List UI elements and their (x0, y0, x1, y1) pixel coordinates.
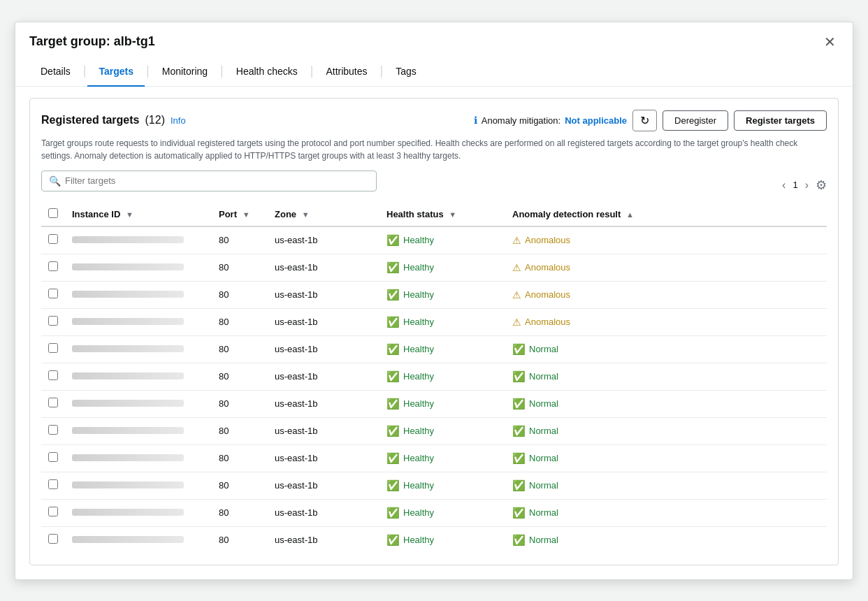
tab-details[interactable]: Details (29, 57, 82, 87)
cell-anomaly-result: ⚠ Anomalous (505, 254, 827, 281)
row-checkbox-cell[interactable] (41, 281, 65, 308)
instance-id-value (72, 427, 184, 434)
table-head: Instance ID ▼ Port ▼ Zone ▼ Health sta (41, 203, 827, 226)
row-checkbox-cell[interactable] (41, 417, 65, 444)
tab-targets[interactable]: Targets (87, 57, 145, 87)
targets-table: Instance ID ▼ Port ▼ Zone ▼ Health sta (41, 203, 827, 553)
row-checkbox-2[interactable] (48, 289, 58, 298)
health-status-value: ✅ Healthy (386, 261, 498, 274)
cell-port: 80 (212, 254, 268, 281)
th-anomaly-detection[interactable]: Anomaly detection result ▲ (505, 203, 827, 226)
sort-icon-instance: ▼ (126, 210, 133, 219)
row-checkbox-1[interactable] (48, 261, 58, 271)
healthy-icon: ✅ (386, 534, 400, 546)
table-row: 80 us-east-1b ✅ Healthy ✅ Normal (41, 390, 827, 417)
row-checkbox-cell[interactable] (41, 226, 65, 254)
instance-id-value (72, 454, 184, 461)
th-instance-id[interactable]: Instance ID ▼ (65, 203, 212, 226)
row-checkbox-11[interactable] (48, 534, 58, 544)
register-targets-button[interactable]: Register targets (734, 110, 827, 131)
select-all-cell[interactable] (41, 203, 65, 226)
tab-bar: Details | Targets | Monitoring | Health … (15, 57, 853, 87)
tab-health-checks[interactable]: Health checks (225, 57, 309, 87)
tab-monitoring[interactable]: Monitoring (151, 57, 219, 87)
row-checkbox-cell[interactable] (41, 254, 65, 281)
anomaly-result-value: ✅ Normal (512, 343, 820, 356)
deregister-button[interactable]: Deregister (663, 110, 728, 131)
anomaly-result-value: ✅ Normal (512, 398, 820, 410)
row-checkbox-cell[interactable] (41, 363, 65, 390)
th-port-label: Port (219, 209, 237, 219)
info-link[interactable]: Info (171, 115, 186, 126)
row-checkbox-cell[interactable] (41, 308, 65, 335)
cell-port: 80 (212, 281, 268, 308)
table-row: 80 us-east-1b ✅ Healthy ✅ Normal (41, 472, 827, 499)
row-checkbox-8[interactable] (48, 452, 58, 462)
select-all-checkbox[interactable] (48, 208, 58, 218)
row-checkbox-3[interactable] (48, 316, 58, 326)
tab-sep-1: | (83, 64, 87, 78)
health-status-value: ✅ Healthy (386, 398, 498, 410)
card-title-row: Registered targets (12) Info (41, 114, 186, 126)
row-checkbox-7[interactable] (48, 425, 58, 435)
cell-health-status: ✅ Healthy (379, 499, 505, 526)
row-checkbox-cell[interactable] (41, 335, 65, 363)
th-zone[interactable]: Zone ▼ (268, 203, 379, 226)
cell-anomaly-result: ✅ Normal (505, 390, 827, 417)
info-circle-icon: ℹ (474, 115, 477, 126)
cell-zone: us-east-1b (268, 254, 379, 281)
page-number: 1 (793, 180, 797, 190)
cell-health-status: ✅ Healthy (379, 363, 505, 390)
row-checkbox-0[interactable] (48, 234, 58, 244)
sort-icon-zone: ▼ (302, 210, 310, 219)
row-checkbox-cell[interactable] (41, 499, 65, 526)
cell-anomaly-result: ✅ Normal (505, 472, 827, 499)
row-checkbox-cell[interactable] (41, 526, 65, 553)
healthy-icon: ✅ (386, 425, 400, 437)
table-row: 80 us-east-1b ✅ Healthy ✅ Normal (41, 417, 827, 444)
row-checkbox-10[interactable] (48, 507, 58, 516)
close-button[interactable]: ✕ (821, 32, 839, 52)
row-checkbox-cell[interactable] (41, 390, 65, 417)
healthy-icon: ✅ (386, 316, 400, 328)
anomaly-result-value: ✅ Normal (512, 425, 820, 437)
card-actions: ℹ Anomaly mitigation: Not applicable ↻ D… (474, 110, 827, 131)
cell-port: 80 (212, 472, 268, 499)
cell-zone: us-east-1b (268, 226, 379, 254)
cell-instance-id (65, 472, 212, 499)
warning-icon: ⚠ (512, 289, 521, 300)
next-page-button[interactable]: › (802, 178, 811, 193)
cell-port: 80 (212, 417, 268, 444)
normal-check-icon: ✅ (512, 507, 526, 519)
normal-check-icon: ✅ (512, 452, 526, 465)
table-row: 80 us-east-1b ✅ Healthy ✅ Normal (41, 335, 827, 363)
refresh-button[interactable]: ↻ (632, 110, 657, 131)
row-checkbox-cell[interactable] (41, 472, 65, 499)
row-checkbox-6[interactable] (48, 398, 58, 407)
health-status-value: ✅ Healthy (386, 507, 498, 519)
row-checkbox-4[interactable] (48, 343, 58, 353)
table-row: 80 us-east-1b ✅ Healthy ✅ Normal (41, 499, 827, 526)
cell-port: 80 (212, 526, 268, 553)
anomaly-result-value: ⚠ Anomalous (512, 289, 820, 300)
health-status-value: ✅ Healthy (386, 316, 498, 328)
tab-tags[interactable]: Tags (384, 57, 428, 87)
row-checkbox-9[interactable] (48, 479, 58, 489)
th-port[interactable]: Port ▼ (212, 203, 268, 226)
search-input[interactable] (65, 175, 369, 186)
cell-anomaly-result: ✅ Normal (505, 363, 827, 390)
healthy-icon: ✅ (386, 261, 400, 274)
cell-health-status: ✅ Healthy (379, 308, 505, 335)
th-health-status[interactable]: Health status ▼ (379, 203, 505, 226)
prev-page-button[interactable]: ‹ (779, 178, 788, 193)
normal-check-icon: ✅ (512, 398, 526, 410)
cell-instance-id (65, 363, 212, 390)
search-bar[interactable]: 🔍 (41, 171, 377, 191)
settings-icon[interactable]: ⚙ (816, 178, 827, 193)
health-status-value: ✅ Healthy (386, 289, 498, 301)
cell-anomaly-result: ✅ Normal (505, 417, 827, 444)
row-checkbox-5[interactable] (48, 370, 58, 380)
card-header: Registered targets (12) Info ℹ Anomaly m… (41, 110, 827, 131)
tab-attributes[interactable]: Attributes (314, 57, 378, 87)
row-checkbox-cell[interactable] (41, 444, 65, 472)
